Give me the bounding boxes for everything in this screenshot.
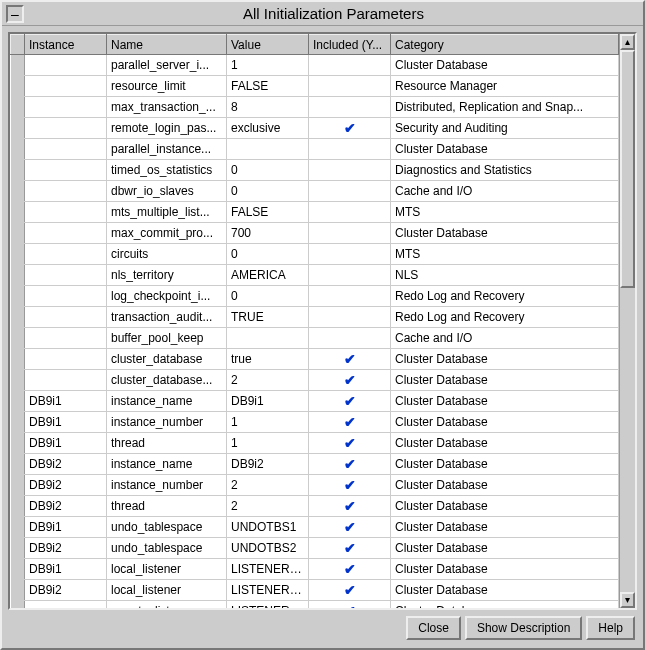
row-selector-cell[interactable] [11, 118, 25, 139]
cell-value[interactable]: exclusive [227, 118, 309, 139]
table-row[interactable]: DB9i2local_listenerLISTENER_...✔Cluster … [11, 580, 619, 601]
row-selector-cell[interactable] [11, 244, 25, 265]
cell-name[interactable]: parallel_server_i... [107, 55, 227, 76]
cell-instance[interactable] [25, 223, 107, 244]
cell-name[interactable]: mts_multiple_list... [107, 202, 227, 223]
cell-included[interactable]: ✔ [309, 538, 391, 559]
cell-instance[interactable] [25, 244, 107, 265]
cell-name[interactable]: undo_tablespace [107, 517, 227, 538]
cell-included[interactable] [309, 55, 391, 76]
cell-category[interactable]: Resource Manager [391, 76, 619, 97]
cell-category[interactable]: MTS [391, 202, 619, 223]
row-selector-cell[interactable] [11, 559, 25, 580]
cell-instance[interactable] [25, 97, 107, 118]
table-row[interactable]: remote_login_pas...exclusive✔Security an… [11, 118, 619, 139]
cell-name[interactable]: max_commit_pro... [107, 223, 227, 244]
cell-name[interactable]: local_listener [107, 580, 227, 601]
cell-name[interactable]: thread [107, 496, 227, 517]
cell-name[interactable]: resource_limit [107, 76, 227, 97]
cell-instance[interactable]: DB9i1 [25, 517, 107, 538]
col-header-name[interactable]: Name [107, 35, 227, 55]
cell-instance[interactable] [25, 307, 107, 328]
cell-value[interactable]: 2 [227, 370, 309, 391]
table-row[interactable]: DB9i1thread1✔Cluster Database [11, 433, 619, 454]
cell-category[interactable]: Cluster Database [391, 139, 619, 160]
cell-included[interactable] [309, 223, 391, 244]
cell-included[interactable] [309, 307, 391, 328]
cell-instance[interactable]: DB9i2 [25, 475, 107, 496]
cell-category[interactable]: Cluster Database [391, 433, 619, 454]
table-row[interactable]: DB9i2instance_nameDB9i2✔Cluster Database [11, 454, 619, 475]
table-row[interactable]: cluster_databasetrue✔Cluster Database [11, 349, 619, 370]
row-selector-cell[interactable] [11, 433, 25, 454]
table-row[interactable]: max_commit_pro...700Cluster Database [11, 223, 619, 244]
cell-value[interactable]: UNDOTBS1 [227, 517, 309, 538]
col-header-category[interactable]: Category [391, 35, 619, 55]
cell-category[interactable]: Cluster Database [391, 580, 619, 601]
scroll-track[interactable] [620, 50, 635, 592]
cell-category[interactable]: Cache and I/O [391, 181, 619, 202]
cell-instance[interactable]: DB9i1 [25, 391, 107, 412]
cell-value[interactable]: LISTENERS... [227, 601, 309, 609]
cell-category[interactable]: NLS [391, 265, 619, 286]
cell-value[interactable]: 0 [227, 286, 309, 307]
scroll-thumb[interactable] [620, 50, 635, 288]
row-selector-cell[interactable] [11, 265, 25, 286]
row-selector-cell[interactable] [11, 454, 25, 475]
cell-name[interactable]: parallel_instance... [107, 139, 227, 160]
col-header-value[interactable]: Value [227, 35, 309, 55]
cell-value[interactable]: 1 [227, 55, 309, 76]
cell-instance[interactable]: DB9i1 [25, 412, 107, 433]
table-row[interactable]: timed_os_statistics0Diagnostics and Stat… [11, 160, 619, 181]
cell-name[interactable]: instance_number [107, 475, 227, 496]
cell-instance[interactable] [25, 349, 107, 370]
cell-category[interactable]: Distributed, Replication and Snap... [391, 97, 619, 118]
cell-name[interactable]: instance_name [107, 391, 227, 412]
table-row[interactable]: DB9i1undo_tablespaceUNDOTBS1✔Cluster Dat… [11, 517, 619, 538]
cell-included[interactable]: ✔ [309, 559, 391, 580]
cell-instance[interactable] [25, 265, 107, 286]
cell-value[interactable]: 0 [227, 244, 309, 265]
help-button[interactable]: Help [586, 616, 635, 640]
cell-name[interactable]: circuits [107, 244, 227, 265]
cell-included[interactable]: ✔ [309, 496, 391, 517]
cell-included[interactable] [309, 244, 391, 265]
cell-category[interactable]: Cluster Database [391, 601, 619, 609]
cell-name[interactable]: thread [107, 433, 227, 454]
cell-included[interactable] [309, 160, 391, 181]
row-selector-cell[interactable] [11, 181, 25, 202]
cell-included[interactable]: ✔ [309, 118, 391, 139]
cell-value[interactable] [227, 328, 309, 349]
cell-name[interactable]: timed_os_statistics [107, 160, 227, 181]
cell-category[interactable]: Cluster Database [391, 538, 619, 559]
row-selector-cell[interactable] [11, 475, 25, 496]
cell-category[interactable]: Cluster Database [391, 391, 619, 412]
cell-category[interactable]: Diagnostics and Statistics [391, 160, 619, 181]
row-selector-cell[interactable] [11, 517, 25, 538]
cell-value[interactable]: 2 [227, 475, 309, 496]
cell-included[interactable]: ✔ [309, 517, 391, 538]
row-selector-cell[interactable] [11, 160, 25, 181]
cell-included[interactable]: ✔ [309, 412, 391, 433]
cell-instance[interactable] [25, 76, 107, 97]
table-row[interactable]: remote_listenerLISTENERS...✔Cluster Data… [11, 601, 619, 609]
cell-name[interactable]: remote_listener [107, 601, 227, 609]
cell-name[interactable]: max_transaction_... [107, 97, 227, 118]
cell-included[interactable]: ✔ [309, 433, 391, 454]
cell-name[interactable]: instance_number [107, 412, 227, 433]
col-header-instance[interactable]: Instance [25, 35, 107, 55]
scroll-down-button[interactable]: ▾ [620, 592, 635, 608]
table-row[interactable]: mts_multiple_list...FALSEMTS [11, 202, 619, 223]
row-selector-cell[interactable] [11, 370, 25, 391]
cell-included[interactable] [309, 76, 391, 97]
cell-category[interactable]: MTS [391, 244, 619, 265]
cell-included[interactable] [309, 202, 391, 223]
table-row[interactable]: DB9i1local_listenerLISTENER_...✔Cluster … [11, 559, 619, 580]
cell-instance[interactable]: DB9i2 [25, 580, 107, 601]
cell-value[interactable]: 2 [227, 496, 309, 517]
row-selector-cell[interactable] [11, 76, 25, 97]
row-selector-cell[interactable] [11, 538, 25, 559]
cell-included[interactable]: ✔ [309, 454, 391, 475]
cell-value[interactable]: 8 [227, 97, 309, 118]
vertical-scrollbar[interactable]: ▴ ▾ [619, 34, 635, 608]
